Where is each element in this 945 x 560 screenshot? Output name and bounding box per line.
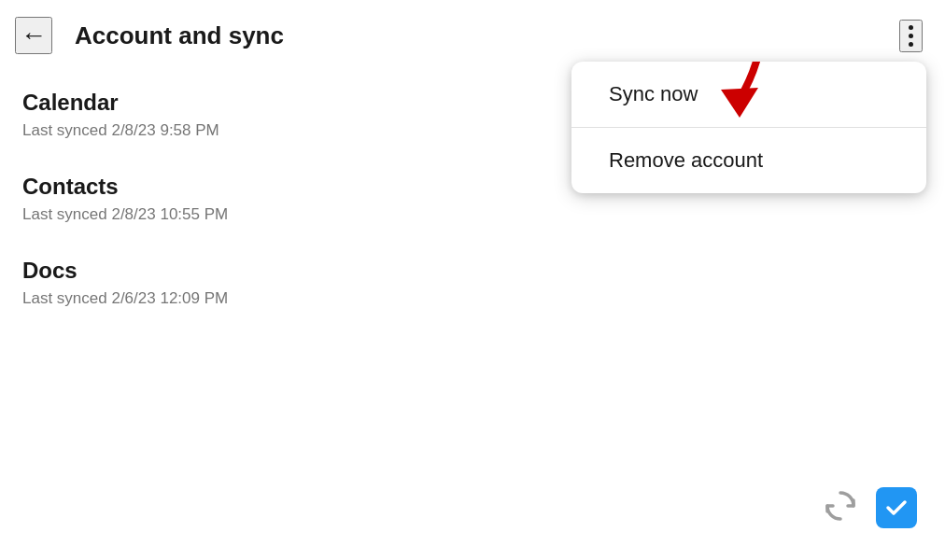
sync-item-status: Last synced 2/6/23 12:09 PM — [22, 289, 923, 308]
dot — [909, 42, 913, 47]
svg-marker-0 — [721, 88, 758, 118]
red-arrow-indicator — [698, 62, 782, 121]
sync-icon[interactable] — [820, 485, 861, 530]
dot — [909, 34, 913, 38]
three-dots-icon — [909, 25, 913, 47]
dot — [909, 25, 913, 30]
content-area: Calendar Last synced 2/8/23 9:58 PM Cont… — [0, 71, 945, 308]
header-left: ← Account and sync — [15, 17, 284, 54]
sync-item-status: Last synced 2/8/23 10:55 PM — [22, 205, 923, 224]
remove-account-menu-item[interactable]: Remove account — [571, 128, 926, 193]
more-options-button[interactable] — [899, 20, 923, 52]
dropdown-menu: Sync now Remove account — [571, 62, 926, 193]
back-button[interactable]: ← — [15, 17, 52, 54]
sync-item-name: Docs — [22, 258, 923, 284]
bottom-action-icons — [820, 485, 917, 530]
header: ← Account and sync — [0, 0, 945, 71]
page-title: Account and sync — [75, 21, 284, 50]
list-item: Docs Last synced 2/6/23 12:09 PM — [22, 258, 923, 308]
checkbox-checked-icon[interactable] — [876, 487, 917, 528]
back-arrow-icon: ← — [21, 22, 47, 49]
